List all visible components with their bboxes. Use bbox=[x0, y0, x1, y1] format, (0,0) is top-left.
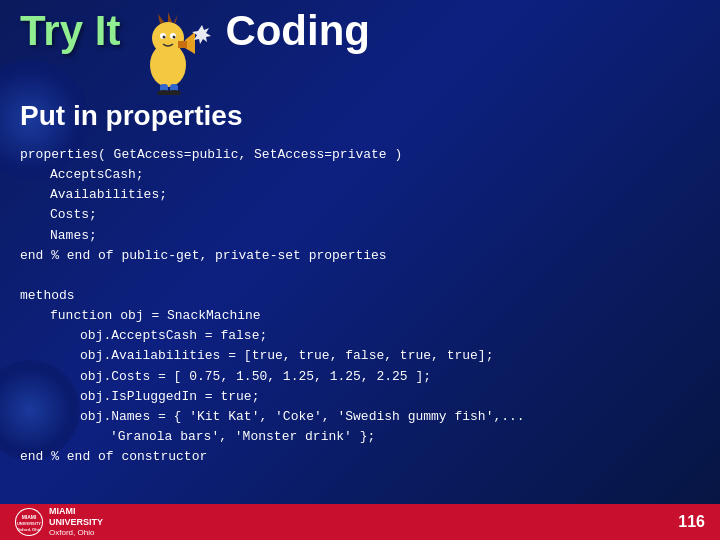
code-line-10: obj.Availabilities = [true, true, false,… bbox=[20, 346, 700, 366]
header: Try It bbox=[0, 0, 720, 100]
logo-circle: MIAMI UNIVERSITY Oxford, Ohio bbox=[15, 508, 43, 536]
code-line-8: function obj = SnackMachine bbox=[20, 306, 700, 326]
slide-subtitle: Put in properties bbox=[0, 100, 720, 140]
code-line-1: AcceptsCash; bbox=[20, 165, 700, 185]
svg-point-15 bbox=[167, 90, 181, 95]
svg-point-7 bbox=[163, 36, 166, 39]
code-line-7: methods bbox=[20, 286, 700, 306]
footer-logo-text: MIAMIUNIVERSITYOxford, Ohio bbox=[49, 506, 103, 538]
code-line-4: Names; bbox=[20, 226, 700, 246]
svg-marker-3 bbox=[168, 12, 172, 22]
svg-marker-4 bbox=[174, 14, 178, 24]
code-line-9: obj.AcceptsCash = false; bbox=[20, 326, 700, 346]
coding-title: Coding bbox=[225, 10, 370, 52]
code-line-13: obj.Names = { 'Kit Kat', 'Coke', 'Swedis… bbox=[20, 407, 700, 427]
code-line-11: obj.Costs = [ 0.75, 1.50, 1.25, 1.25, 2.… bbox=[20, 367, 700, 387]
svg-text:UNIVERSITY: UNIVERSITY bbox=[17, 521, 41, 526]
svg-text:Oxford, Ohio: Oxford, Ohio bbox=[17, 527, 42, 532]
code-line-15: end % end of constructor bbox=[20, 447, 700, 467]
code-line-2: Availabilities; bbox=[20, 185, 700, 205]
try-it-title: Try It bbox=[20, 10, 120, 52]
code-line-14: 'Granola bars', 'Monster drink' }; bbox=[20, 427, 700, 447]
code-block: properties( GetAccess=public, SetAccess=… bbox=[0, 140, 720, 472]
code-line-5: end % end of public-get, private-set pro… bbox=[20, 246, 700, 266]
svg-marker-2 bbox=[158, 14, 164, 24]
svg-point-8 bbox=[173, 36, 176, 39]
code-line-6 bbox=[20, 266, 700, 286]
code-line-0: properties( GetAccess=public, SetAccess=… bbox=[20, 145, 700, 165]
page-number: 116 bbox=[678, 513, 705, 531]
footer: MIAMI UNIVERSITY Oxford, Ohio MIAMIUNIVE… bbox=[0, 504, 720, 540]
svg-rect-10 bbox=[178, 41, 187, 48]
footer-logo: MIAMI UNIVERSITY Oxford, Ohio MIAMIUNIVE… bbox=[15, 506, 103, 538]
code-line-3: Costs; bbox=[20, 205, 700, 225]
svg-text:MIAMI: MIAMI bbox=[22, 514, 37, 520]
mascot-icon bbox=[130, 10, 215, 95]
code-line-12: obj.IsPluggedIn = true; bbox=[20, 387, 700, 407]
svg-point-1 bbox=[152, 22, 184, 54]
